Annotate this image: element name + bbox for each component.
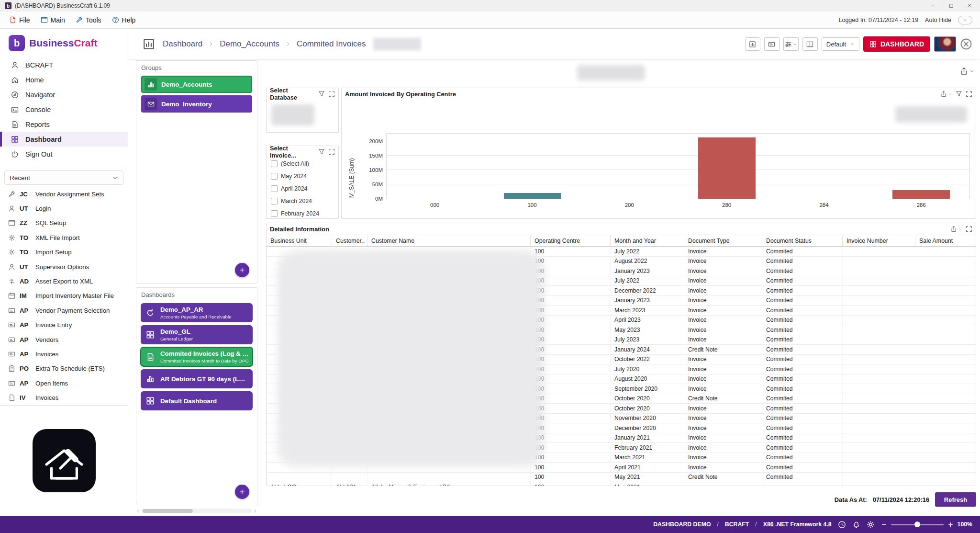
checkbox[interactable] <box>271 210 278 217</box>
table-row[interactable]: ALI _LOGALI A01Allabs Mining & Equipment… <box>267 482 976 486</box>
recent-item-import-inventory-master-file[interactable]: IMImport Inventory Master File <box>0 289 128 303</box>
checkbox[interactable] <box>271 173 278 180</box>
column-header-sale-amount[interactable]: Sale Amount <box>915 235 976 246</box>
toolbar-button-card[interactable] <box>764 37 780 51</box>
menu-tools[interactable]: Tools <box>70 11 107 28</box>
filter-icon[interactable] <box>318 91 325 97</box>
menu-file[interactable]: File <box>4 11 35 28</box>
recent-item-asset-export-to-xml[interactable]: ADAsset Export to XML <box>0 274 128 288</box>
recent-item-vendor-assignment-sets[interactable]: JCVendor Assignment Sets <box>0 187 128 201</box>
group-button-demo-inventory[interactable]: Demo_Inventory <box>141 95 252 113</box>
expand-icon[interactable] <box>328 148 335 155</box>
expand-icon[interactable] <box>328 91 335 97</box>
dashboard-tile-commited-invoices-log-site[interactable]: Commited Invoices (Log & SiteCommited In… <box>141 347 253 366</box>
dashboard-tile-default-dashboard[interactable]: Default Dashboard <box>141 391 253 410</box>
sidebar-item-dashboard[interactable]: Dashboard <box>0 132 128 147</box>
chart-bar-100[interactable] <box>504 193 561 199</box>
checkbox[interactable] <box>271 198 278 204</box>
dashboard-tile-demo-ap-ar[interactable]: Demo_AP_ARAccounts Payable and Receivabl… <box>141 303 253 322</box>
recent-item-extra-to-schedule-ets[interactable]: POExtra To Schedule (ETS) <box>0 362 128 376</box>
breadcrumb-item-dashboard[interactable]: Dashboard <box>163 39 202 49</box>
wrench-icon <box>8 191 15 198</box>
toolbar-button-columns[interactable] <box>802 37 818 51</box>
toolbar-button-report[interactable] <box>745 37 760 51</box>
share-icon[interactable] <box>940 91 947 97</box>
column-header-operating-centre[interactable]: Operating Centre <box>531 235 611 246</box>
invoice-month-option-select-all[interactable]: (Select All) <box>267 158 338 170</box>
theme-image-button[interactable] <box>934 36 956 52</box>
chart-bar-286[interactable] <box>892 190 950 199</box>
scrollbar-thumb[interactable] <box>143 509 193 513</box>
filter-icon[interactable] <box>318 148 325 155</box>
zoom-slider-thumb[interactable] <box>914 522 920 527</box>
layout-select[interactable]: Default <box>822 37 859 51</box>
add-group-button[interactable] <box>235 263 249 277</box>
recent-item-sql-setup[interactable]: ZZSQL Setup <box>0 216 128 230</box>
dashboard-export-button[interactable] <box>960 67 974 75</box>
zoom-out-icon[interactable] <box>881 522 887 528</box>
recent-item-import-setup[interactable]: TOImport Setup <box>0 245 128 260</box>
column-header-month-and-year[interactable]: Month and Year <box>611 235 684 246</box>
scrollbar-track[interactable] <box>142 509 252 513</box>
sidebar-item-home[interactable]: Home <box>0 72 128 87</box>
recent-item-invoices[interactable]: IVInvoices <box>0 390 128 405</box>
invoice-month-option-march-2024[interactable]: March 2024 <box>267 195 338 207</box>
column-header-customer[interactable]: Customer.. <box>332 235 368 246</box>
bell-icon[interactable] <box>852 521 860 529</box>
breadcrumb-item-commited-invoices[interactable]: Commited Invoices <box>297 39 366 49</box>
refresh-button[interactable]: Refresh <box>935 492 976 507</box>
dashboard-button[interactable]: DASHBOARD <box>863 36 930 52</box>
expand-icon[interactable] <box>966 91 972 97</box>
close-page-icon[interactable] <box>960 38 972 50</box>
menu-help[interactable]: Help <box>107 11 141 28</box>
recent-item-supervisor-options[interactable]: UTSupervisor Options <box>0 260 128 274</box>
brightness-icon[interactable] <box>867 521 875 529</box>
recent-item-open-items[interactable]: APOpen Items <box>0 376 128 390</box>
scroll-right-icon[interactable] <box>253 509 257 513</box>
close-window-icon[interactable] <box>967 3 972 9</box>
toolbar-button-sliders[interactable] <box>783 37 799 51</box>
recent-item-invoice-entry[interactable]: APInvoice Entry <box>0 318 128 332</box>
scroll-left-icon[interactable] <box>136 509 141 513</box>
dashboard-tile-demo-gl[interactable]: Demo_GLGeneral Ledger <box>141 325 253 344</box>
invoice-month-option-february-2024[interactable]: February 2024 <box>267 207 338 220</box>
minimize-icon[interactable] <box>930 3 936 9</box>
auto-hide-toggle[interactable] <box>958 16 972 24</box>
menu-main[interactable]: Main <box>35 11 70 28</box>
recent-item-vendor-payment-selection[interactable]: APVendor Payment Selection <box>0 303 128 318</box>
expand-icon[interactable] <box>966 226 972 232</box>
chart-bar-280[interactable] <box>698 137 756 199</box>
filter-icon[interactable] <box>956 91 962 97</box>
sidebar-item-sign-out[interactable]: Sign Out <box>0 147 128 161</box>
column-header-customer-name[interactable]: Customer Name <box>368 235 531 246</box>
sidebar-item-bcraft[interactable]: BCRAFT <box>0 57 128 72</box>
invoice-month-option-april-2024[interactable]: April 2024 <box>267 182 338 195</box>
recent-item-invoices[interactable]: APInvoices <box>0 347 128 361</box>
checkbox[interactable] <box>271 160 278 167</box>
recent-item-vendors[interactable]: APVendors <box>0 332 128 347</box>
invoice-month-option-may-2024[interactable]: May 2024 <box>267 170 338 182</box>
column-header-business-unit[interactable]: Business Unit <box>267 235 332 246</box>
dashboard-tile-title: Default Dashboard <box>160 397 217 405</box>
table-row[interactable]: 100May 2021Credit NoteCommited1695$2,310… <box>267 473 976 483</box>
maximize-icon[interactable] <box>948 3 954 9</box>
sidebar-item-console[interactable]: Console <box>0 102 128 117</box>
column-header-document-status[interactable]: Document Status <box>762 235 843 246</box>
add-dashboard-button[interactable] <box>235 485 249 499</box>
history-clock-icon[interactable] <box>838 521 846 529</box>
share-icon[interactable] <box>950 226 957 232</box>
column-header-document-type[interactable]: Document Type <box>684 235 762 246</box>
dashboard-tile-ar-debtors-gt-90-days-log[interactable]: AR Debtors GT 90 days (Log & <box>141 369 253 388</box>
checkbox[interactable] <box>271 185 278 192</box>
recent-item-xml-file-import[interactable]: TOXML File Import <box>0 230 128 245</box>
sidebar-item-navigator[interactable]: Navigator <box>0 87 128 102</box>
group-button-demo-accounts[interactable]: Demo_Accounts <box>141 76 252 93</box>
column-header-invoice-number[interactable]: Invoice Number <box>843 235 915 246</box>
dashboards-horizontal-scrollbar[interactable] <box>136 508 257 514</box>
recent-section-header[interactable]: Recent <box>4 170 123 185</box>
recent-item-login[interactable]: UTLogin <box>0 201 128 215</box>
breadcrumb-item-demo-accounts[interactable]: Demo_Accounts <box>220 39 279 49</box>
zoom-slider[interactable] <box>891 524 944 525</box>
sidebar-item-reports[interactable]: Reports <box>0 117 128 132</box>
zoom-in-icon[interactable] <box>947 522 954 528</box>
